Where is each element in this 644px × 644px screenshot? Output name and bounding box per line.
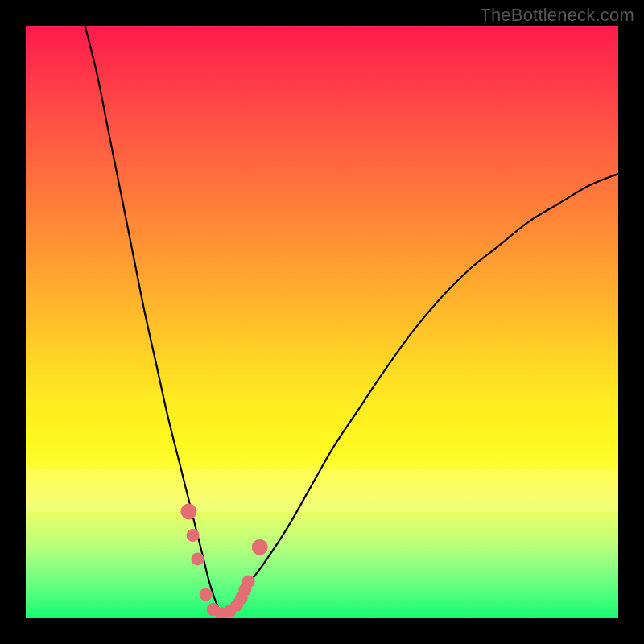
data-marker: [252, 539, 268, 555]
data-marker: [187, 529, 200, 542]
curve-layer: [26, 26, 618, 618]
curve-left-branch: [85, 26, 221, 615]
chart-frame: TheBottleneck.com: [0, 0, 644, 644]
plot-area: [26, 26, 618, 618]
data-marker: [180, 504, 196, 520]
data-marker: [200, 588, 213, 601]
data-marker: [191, 552, 204, 565]
watermark-text: TheBottleneck.com: [480, 5, 634, 26]
curve-right-branch: [221, 174, 618, 615]
data-marker: [242, 575, 255, 588]
